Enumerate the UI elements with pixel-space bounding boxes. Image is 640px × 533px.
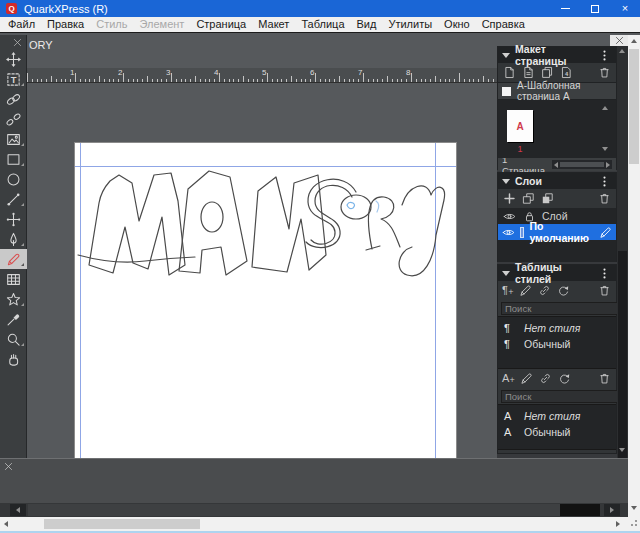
new-page-icon[interactable] <box>502 65 517 80</box>
link-style-icon[interactable] <box>537 283 552 298</box>
scroll-left-button[interactable] <box>10 504 26 516</box>
minimize-icon <box>561 8 570 9</box>
dock-scrollbar[interactable] <box>617 46 628 458</box>
window-title: QuarkXPress (R) <box>24 3 108 15</box>
menu-item-window[interactable]: Окно <box>438 17 476 32</box>
update-style-icon[interactable] <box>556 283 571 298</box>
panel-menu-icon[interactable] <box>597 174 612 189</box>
pan-tool[interactable] <box>0 349 27 369</box>
line-tool[interactable] <box>0 189 27 209</box>
tools-palette-close-icon[interactable] <box>12 37 23 48</box>
thumbs-scroll-up-icon[interactable] <box>602 106 608 110</box>
style-mark-icon: A <box>504 426 514 438</box>
freehand-drawing-tool[interactable] <box>0 249 27 269</box>
duplicate-layer-icon[interactable] <box>521 191 536 206</box>
delete-style-icon[interactable] <box>597 371 612 386</box>
panel-menu-icon[interactable] <box>598 266 612 281</box>
minimize-button[interactable] <box>550 0 580 17</box>
style-sheets-header[interactable]: Таблицы стилей <box>498 265 616 281</box>
menu-item-table[interactable]: Таблица <box>295 17 350 32</box>
layers-header[interactable]: Слои <box>498 173 616 189</box>
text-linking-tool[interactable] <box>0 89 27 109</box>
delete-style-icon[interactable] <box>597 283 612 298</box>
scroll-down-icon[interactable] <box>619 448 625 452</box>
delete-page-icon[interactable] <box>597 65 612 80</box>
page-layout-header[interactable]: Макет страницы <box>498 47 616 63</box>
menu-item-view[interactable]: Вид <box>351 17 383 32</box>
ruler-number: 6 <box>310 68 314 77</box>
bezier-pen-tool[interactable] <box>0 229 27 249</box>
style-row[interactable]: ¶Нет стиля <box>498 320 616 336</box>
table-tool[interactable] <box>0 269 27 289</box>
page-thumbnail[interactable]: A <box>507 110 533 142</box>
new-paragraph-style-icon[interactable]: ¶₊ <box>502 283 514 298</box>
scroll-right-button[interactable] <box>604 504 620 516</box>
scroll-left-icon[interactable] <box>4 521 8 527</box>
delete-layer-icon[interactable] <box>597 191 612 206</box>
thumbs-scroll-down-icon[interactable] <box>602 147 608 151</box>
dock-close-icon[interactable] <box>614 35 625 46</box>
layers-panel: Слои Слой По умолч <box>497 172 617 262</box>
resize-grip[interactable] <box>628 517 640 531</box>
scroll-left-icon[interactable] <box>554 162 558 168</box>
scroll-up-icon[interactable] <box>619 49 625 53</box>
zoom-tool[interactable] <box>0 329 27 349</box>
edit-style-pencil-icon[interactable] <box>518 283 533 298</box>
app-icon: Q <box>6 3 17 14</box>
scroll-down-icon[interactable] <box>631 506 637 510</box>
menu-item-utilities[interactable]: Утилиты <box>382 17 438 32</box>
layers-list: Слой По умолчанию <box>498 208 616 262</box>
menu-item-help[interactable]: Справка <box>476 17 531 32</box>
item-tool[interactable] <box>0 49 27 69</box>
style-row[interactable]: AНет стиля <box>498 408 616 424</box>
link-style-icon[interactable] <box>538 371 553 386</box>
new-character-style-icon[interactable]: A₊ <box>502 371 515 386</box>
window-controls: × <box>550 0 640 17</box>
scroll-up-icon[interactable] <box>631 39 637 43</box>
ruler-number: 1 <box>70 68 74 77</box>
oval-box-tool[interactable] <box>0 169 27 189</box>
menu-item-edit[interactable]: Правка <box>41 17 90 32</box>
duplicate-page-icon[interactable] <box>540 65 555 80</box>
text-content-tool[interactable]: T <box>0 69 27 89</box>
menu-item-page[interactable]: Страница <box>190 17 252 32</box>
layer-row-selected[interactable]: По умолчанию <box>498 224 616 240</box>
panel-title: Слои <box>515 175 542 187</box>
collapse-icon <box>502 271 510 276</box>
dock-close-strip <box>610 35 628 46</box>
menu-item-file[interactable]: Файл <box>2 17 41 32</box>
measurements-scrollbar[interactable] <box>0 503 628 517</box>
scroll-right-icon[interactable] <box>606 162 610 168</box>
update-style-icon[interactable] <box>557 371 572 386</box>
page-number-icon[interactable]: 4 <box>559 65 574 80</box>
edit-layer-pencil-icon[interactable] <box>599 225 612 240</box>
starburst-tool[interactable] <box>0 289 27 309</box>
style-row[interactable]: AОбычный <box>498 424 616 440</box>
picture-content-tool[interactable] <box>0 129 27 149</box>
visibility-eye-icon[interactable] <box>502 209 517 224</box>
palette-dock: Макет страницы 4 А-Шаблонная страница А … <box>497 46 617 458</box>
page-layout-statusbar: 1 Страница <box>498 158 616 171</box>
menu-item-style: Стиль <box>90 17 133 32</box>
new-master-page-icon[interactable] <box>521 65 536 80</box>
horizontal-scrollbar[interactable] <box>0 517 628 531</box>
master-page-row[interactable]: А-Шаблонная страница А <box>498 82 616 100</box>
menu-item-layout[interactable]: Макет <box>252 17 295 32</box>
edit-style-pencil-icon[interactable] <box>519 371 534 386</box>
style-row[interactable]: ¶Обычный <box>498 336 616 352</box>
panel-menu-icon[interactable] <box>597 48 612 63</box>
rectangle-box-tool[interactable] <box>0 149 27 169</box>
new-layer-icon[interactable] <box>502 191 517 206</box>
scroll-right-icon[interactable] <box>616 521 620 527</box>
visibility-eye-icon[interactable] <box>502 225 515 240</box>
merge-layer-icon[interactable] <box>540 191 555 206</box>
point-tool[interactable] <box>0 209 27 229</box>
document-page[interactable] <box>74 142 457 493</box>
maximize-button[interactable] <box>580 0 610 17</box>
text-unlinking-tool[interactable] <box>0 109 27 129</box>
close-button[interactable]: × <box>610 0 640 17</box>
measurements-close-icon[interactable] <box>3 461 14 472</box>
vertical-scrollbar[interactable] <box>628 35 640 517</box>
page-layout-scrollbar[interactable] <box>552 160 612 169</box>
eyedropper-tool[interactable] <box>0 309 27 329</box>
